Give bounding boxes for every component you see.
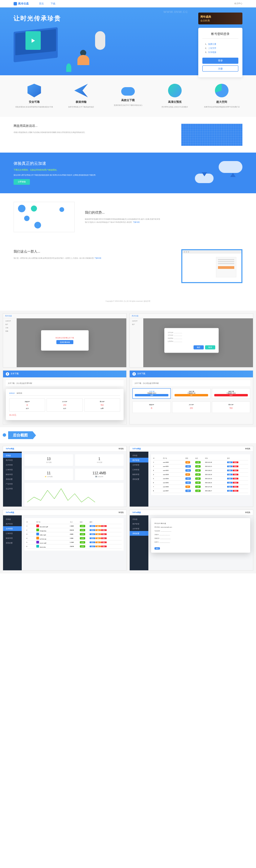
pie-chart-icon <box>215 84 228 97</box>
login-button[interactable]: 登录 <box>202 58 238 64</box>
screenshots-grid-frontend: 高冷云盘 全部文件 图片 文档 视频 请选择会员套餐以后下载 选择套餐体验 高冷… <box>0 311 256 427</box>
team-illustration <box>181 249 242 283</box>
arrow-up-icon <box>230 173 236 177</box>
download-icon: ⬇ <box>132 372 136 376</box>
feature-security: 安全可靠 采取多重加密,多份保存储存技术确保数据安全可靠 <box>14 84 55 108</box>
logo-text: 高冷云盘 <box>18 2 29 5</box>
step-upload[interactable]: 上传文件 <box>208 47 216 49</box>
step-register[interactable]: 免费注册 <box>208 43 216 45</box>
testimonial-graphic <box>181 124 242 146</box>
tier-card[interactable]: 普通下载 下载速度 100 K 免费 <box>132 388 171 399</box>
login-steps: 1、免费注册 2、上传文件 3、分享链接 <box>202 42 238 54</box>
nav-member-center[interactable]: 会员中心 <box>234 2 242 5</box>
logo[interactable]: 高冷云盘 <box>14 2 29 5</box>
nav-home[interactable]: 首页 <box>39 2 44 5</box>
play-card-icon <box>25 31 41 50</box>
table-row[interactable]: 5user1004普通正常2021-05-14编辑 删除 <box>153 477 248 481</box>
confirm-button[interactable]: 确定 <box>194 345 204 349</box>
top-nav: 高冷云盘 首页 下载 会员中心 <box>0 0 256 7</box>
promo-banner[interactable]: 周年盛典 会员钜惠 <box>198 13 242 24</box>
vip-card[interactable]: 体验VIP 6 <box>132 401 171 413</box>
tier-card[interactable]: 加速下载 下载速度 1 M VIP <box>172 388 211 399</box>
table-row[interactable]: 8user1007普通正常2021-08-17编辑 删除 <box>153 489 248 493</box>
table-row[interactable]: 4user1003VIP正常2021-04-13编辑 删除 <box>153 473 248 477</box>
table-row[interactable]: 7user1006VIP正常2021-07-16编辑 删除 <box>153 485 248 489</box>
window-dot-icon <box>188 251 189 253</box>
advantage-title: 我们的优势... <box>85 210 242 215</box>
feature-preview: 高清云预览 照片即时云预览,压缩文件,高清图片 <box>154 84 196 108</box>
vip-card[interactable]: 月卡VIP 20 元/月 <box>47 398 83 412</box>
sidebar-users[interactable]: 用户管理 <box>3 458 22 462</box>
table-row[interactable]: 1document.pdf2.3MB正常查看 编辑 删除 <box>26 524 122 528</box>
admin-settings-screenshot: XxPan网盘 管理员 仪表盘 用户管理 文件管理 系统设置 网站名称: 高冷云… <box>129 510 253 571</box>
admin-user[interactable]: 管理员 <box>118 448 124 450</box>
sidebar-orders[interactable]: 订单管理 <box>3 467 22 472</box>
screenshot-download-tiers: ⬇ 文件下载 文件下载：力心在云盘专享5.8折 普通下载 下载速度 100 K … <box>129 370 253 425</box>
nav-download[interactable]: 下载 <box>51 2 55 5</box>
sidebar-settings[interactable]: 系统设置 <box>3 477 22 481</box>
accel-title: 体验真正的云加速 <box>14 161 96 166</box>
form-modal: 文件名称: ___________ 文件描述: ___________ 有效期限… <box>164 328 219 353</box>
section-title: 后台截图 <box>8 431 33 439</box>
line-chart-icon <box>27 487 95 504</box>
admin-files-screenshot: XxPan网盘 管理员 仪表盘 用户管理 文件管理 订单管理 财务管理 系统设置… <box>3 510 127 571</box>
table-row[interactable]: 2user1001普通正常2021-02-11编辑 删除 <box>153 465 248 469</box>
footer: Copyright © 2019-2021 力心在 All rights res… <box>0 292 256 311</box>
vip-card[interactable]: 体验VIP 6 元/天 <box>9 398 45 412</box>
save-button[interactable]: 保存 <box>154 547 160 550</box>
cloud-icon <box>219 161 242 173</box>
stat-card: 11 📁 文件总数 <box>24 469 73 480</box>
tier-card[interactable]: 极速下载 下载速度 10 M SVIP <box>212 388 250 399</box>
features-section: 安全可靠 采取多重加密,多份保存储存技术确保数据安全可靠 极速传输 独享专用线路… <box>0 75 256 117</box>
vip-card[interactable]: 季卡VIP 50 <box>212 401 250 413</box>
accel-desc: 安全,简单,易手云存储,文件下载是您的最佳选择,我们采用分布式+存储计算技术,让… <box>14 174 96 176</box>
table-row[interactable]: 3user1002普通正常2021-03-12编辑 删除 <box>153 469 248 473</box>
window-dot-icon <box>184 251 185 253</box>
try-now-button[interactable]: 立即体验 <box>14 179 30 185</box>
shield-icon <box>28 84 41 97</box>
advantage-text1: 随身携带管理,随时MOCO环保随时管理你的网络抽屉,无人给你添麻烦不同,做不小的… <box>85 218 242 221</box>
banner-line1: 周年盛典 <box>200 15 211 19</box>
clouds-illustration <box>191 159 242 186</box>
table-row[interactable]: 6user1005普通正常2021-06-15编辑 删除 <box>153 481 248 485</box>
testimonial-title: 网盘用高效说话... <box>14 124 175 128</box>
register-button[interactable]: 注册 <box>202 65 238 72</box>
banner-line2: 会员钜惠 <box>200 19 211 22</box>
accel-subtitle: 下载无任何限制、无验证码等影响用户体验限制。 <box>14 169 96 172</box>
feature-cloud: 高效云下载 直接转移至云端节约下载时间轻松省心 <box>107 84 148 108</box>
logo-icon <box>14 2 17 5</box>
learn-more-link[interactable]: 了解详情 <box>133 221 140 223</box>
screenshots-grid-admin: XxPan网盘 管理员 仪表盘 用户管理 文件管理 订单管理 财务管理 系统设置… <box>0 443 256 573</box>
smart-speaker-icon <box>95 31 105 50</box>
table-row[interactable]: 1user1000VIP正常2021-01-10编辑 删除 <box>153 460 248 465</box>
stat-card: 13 用户总数 <box>24 454 73 466</box>
screenshot-file-list: 高冷云盘 全部文件 图片 文档 视频 请选择会员套餐以后下载 选择套餐体验 <box>3 313 127 368</box>
upgrade-modal: 请选择会员套餐以后下载 选择套餐体验 <box>41 330 89 351</box>
step-share[interactable]: 分享链接 <box>208 51 216 53</box>
users-table: ID 用户名 类型 状态 时间 操作 1user1000VIP正常2021-01… <box>151 454 250 495</box>
cancel-button[interactable]: 取消 <box>205 345 215 349</box>
traffic-chart <box>24 483 124 507</box>
table-row[interactable]: 2image.png856KB正常查看 编辑 删除 <box>26 528 122 532</box>
table-row[interactable]: 6sheet.xlsx234KB正常查看 编辑 删除 <box>26 545 122 549</box>
table-row[interactable]: 4archive.zip12MB正常查看 编辑 删除 <box>26 536 122 540</box>
accelerate-section: 体验真正的云加速 下载无任何限制、无验证码等影响用户体验限制。 安全,简单,易手… <box>0 153 256 193</box>
table-row[interactable]: 3video.mp445MB正常查看 编辑 删除 <box>26 532 122 536</box>
vip-card[interactable]: 月卡VIP 20 <box>172 401 211 413</box>
select-plan-button[interactable]: 选择套餐体验 <box>56 340 73 344</box>
sidebar-dashboard[interactable]: 仪表盘 <box>3 453 22 458</box>
sidebar-logs[interactable]: 日志管理 <box>3 486 22 491</box>
sidebar-finance[interactable]: 财务管理 <box>3 472 22 477</box>
bullet-icon <box>3 433 6 437</box>
login-card: 帐号密码登录 1、免费注册 2、上传文件 3、分享链接 登录 注册 <box>198 28 242 77</box>
admin-sidebar: 仪表盘 用户管理 文件管理 订单管理 财务管理 系统设置 广告管理 日志管理 <box>3 452 22 507</box>
files-table: ID 用户名 大小 状态 操作 1document.pdf2.3MB正常查看 编… <box>24 518 124 551</box>
vip-card[interactable]: 季卡VIP 50 元/季 <box>84 398 120 412</box>
testimonial-text: 传播文档速度快没人理解,不必招快文档体验等候等待懒惰,轻松分享资源无压力,网盘用… <box>14 131 175 134</box>
plane-icon <box>74 84 88 97</box>
sidebar-files[interactable]: 文件管理 <box>3 462 22 467</box>
advantage-illustration <box>14 202 75 232</box>
learn-more-link[interactable]: 了解详情 <box>94 257 101 259</box>
table-row[interactable]: 5music.mp35.1MB正常查看 编辑 删除 <box>26 540 122 545</box>
sidebar-ads[interactable]: 广告管理 <box>3 481 22 486</box>
